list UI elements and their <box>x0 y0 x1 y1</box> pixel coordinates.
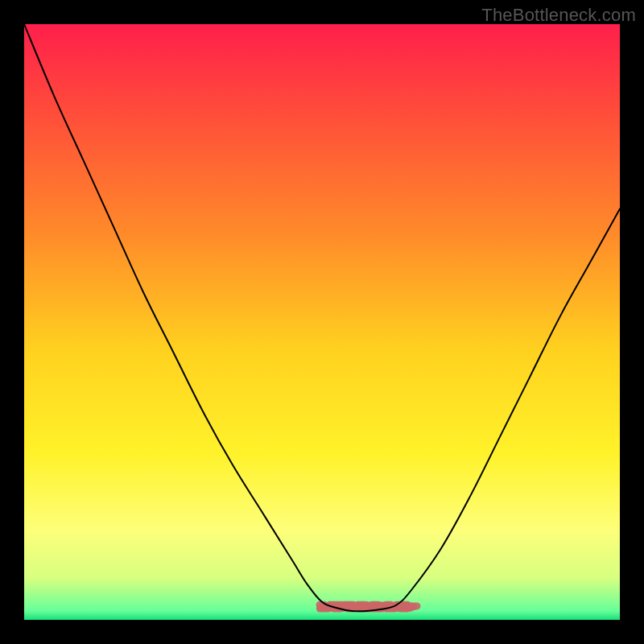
bottleneck-plot <box>0 0 644 644</box>
chart-frame: TheBottleneck.com <box>0 0 644 644</box>
gradient-background <box>24 24 620 620</box>
svg-point-50 <box>407 603 415 611</box>
